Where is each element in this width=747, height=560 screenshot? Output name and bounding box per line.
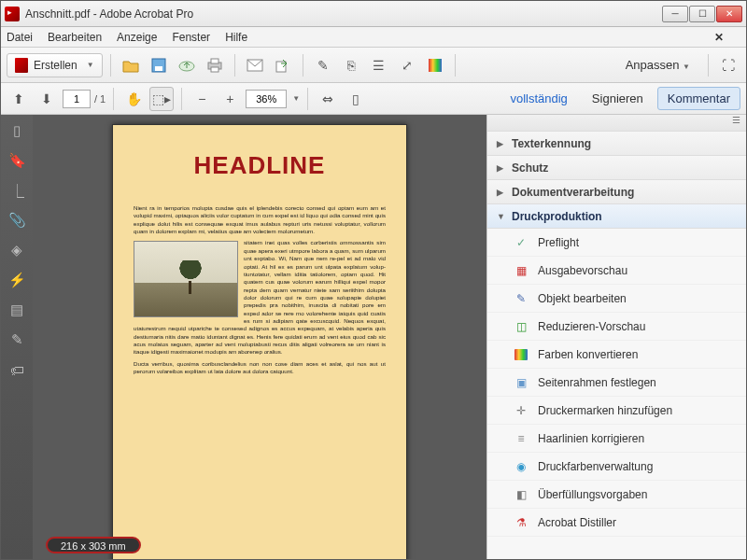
- save-button[interactable]: [147, 53, 171, 77]
- vollstaendig-link[interactable]: vollständig: [500, 87, 577, 110]
- tool-druckfarbenverwaltung[interactable]: ◉Druckfarbenverwaltung: [487, 453, 746, 481]
- anpassen-button[interactable]: Anpassen ▼: [615, 53, 700, 77]
- printer-marks-icon: ✛: [514, 403, 529, 418]
- menubar: Datei Bearbeiten Anzeige Fenster Hilfe ✕: [1, 27, 746, 48]
- separator: [113, 88, 114, 110]
- flatten-icon: ◫: [514, 319, 529, 334]
- page-icon[interactable]: ▤: [8, 301, 25, 318]
- trap-presets-icon: ◧: [514, 487, 529, 502]
- fit-page-button[interactable]: ▯: [344, 87, 368, 111]
- tool-reduzieren-vorschau[interactable]: ◫Reduzieren-Vorschau: [487, 313, 746, 341]
- toolbar-nav: ⬆ ⬇ / 1 ✋ ⬚▸ − + ▼ ⇔ ▯ vollständig Signi…: [1, 83, 746, 115]
- section-texterkennung[interactable]: ▶Texterkennung: [487, 132, 746, 156]
- chevron-down-icon: ▼: [87, 61, 94, 69]
- edit-object-icon: ✎: [514, 291, 529, 306]
- kommentar-button[interactable]: Kommentar: [657, 87, 740, 110]
- collapse-arrow-icon: ▶: [497, 163, 506, 173]
- tool-objekt-bearbeiten[interactable]: ✎Objekt bearbeiten: [487, 285, 746, 313]
- section-druckproduktion[interactable]: ▼Druckproduktion: [487, 204, 746, 229]
- expand-arrow-icon: ▼: [497, 212, 506, 221]
- tool1-button[interactable]: ✎: [311, 53, 335, 77]
- layers-icon[interactable]: ◈: [8, 242, 25, 259]
- document-close-icon[interactable]: ✕: [714, 31, 724, 44]
- section-dokumentverarbeitung[interactable]: ▶Dokumentverarbeitung: [487, 180, 746, 204]
- tool-ueberfuellungsvorgaben[interactable]: ◧Überfüllungsvorgaben: [487, 481, 746, 509]
- tool-icon[interactable]: ⚡: [8, 272, 25, 288]
- page-header: HEADLINE: [134, 142, 386, 204]
- select-tool-button[interactable]: ⬚▸: [149, 87, 174, 111]
- bookmarks-icon[interactable]: 🔖: [8, 152, 25, 169]
- collapse-arrow-icon: ▶: [497, 188, 506, 197]
- section-schutz[interactable]: ▶Schutz: [487, 156, 746, 180]
- zoom-input[interactable]: [246, 90, 287, 108]
- tool-farben-konvertieren[interactable]: Farben konvertieren: [487, 341, 746, 369]
- page-body-text: Nient ra in temporios molupta cusdae qui…: [134, 204, 386, 380]
- share-button[interactable]: [271, 53, 295, 77]
- fit-width-button[interactable]: ⇔: [316, 87, 340, 111]
- minimize-button[interactable]: ─: [662, 6, 688, 22]
- rainbow-icon: [429, 59, 442, 72]
- tool-acrobat-distiller[interactable]: ⚗Acrobat Distiller: [487, 509, 746, 537]
- page-total-label: / 1: [94, 93, 106, 105]
- print-button[interactable]: [203, 53, 227, 77]
- tool-preflight[interactable]: ✓Preflight: [487, 229, 746, 257]
- signatures-icon[interactable]: ✎: [8, 331, 25, 348]
- document-page: HEADLINE Nient ra in temporios molupta c…: [112, 124, 407, 559]
- svg-rect-1: [155, 66, 162, 71]
- para-1: Nient ra in temporios molupta cusdae qui…: [134, 204, 386, 235]
- tool-list: ✓Preflight ▦Ausgabevorschau ✎Objekt bear…: [487, 229, 746, 559]
- crop-pages-icon: ▣: [514, 375, 529, 390]
- body: ▯ 🔖 ⎿ 📎 ◈ ⚡ ▤ ✎ 🏷 HEADLINE Nient ra in t…: [1, 115, 746, 559]
- thumbnails-icon[interactable]: ▯: [8, 122, 25, 139]
- page-number-input[interactable]: [63, 90, 91, 108]
- preflight-icon: ✓: [514, 235, 529, 250]
- pdf-icon: [15, 58, 28, 73]
- tags-icon[interactable]: 🏷: [8, 361, 25, 378]
- hand-tool-button[interactable]: ✋: [121, 87, 146, 111]
- cloud-button[interactable]: [175, 53, 199, 77]
- output-preview-icon: ▦: [514, 263, 529, 278]
- create-button[interactable]: Erstellen ▼: [7, 53, 103, 77]
- separator: [307, 88, 308, 110]
- chevron-down-icon[interactable]: ▼: [292, 94, 300, 103]
- window-buttons: ─ ☐ ✕: [661, 6, 742, 22]
- menu-anzeige[interactable]: Anzeige: [117, 31, 157, 44]
- panel-menu-icon[interactable]: ☰: [487, 115, 746, 132]
- menu-hilfe[interactable]: Hilfe: [225, 31, 247, 44]
- svg-rect-5: [211, 67, 218, 72]
- email-button[interactable]: [243, 53, 267, 77]
- menu-datei[interactable]: Datei: [7, 31, 33, 44]
- tool2-button[interactable]: ⎘: [339, 53, 363, 77]
- nav-rail: ▯ 🔖 ⎿ 📎 ◈ ⚡ ▤ ✎ 🏷: [1, 115, 33, 559]
- menu-fenster[interactable]: Fenster: [172, 31, 210, 44]
- page-down-button[interactable]: ⬇: [35, 87, 59, 111]
- page-up-button[interactable]: ⬆: [7, 87, 31, 111]
- document-area[interactable]: HEADLINE Nient ra in temporios molupta c…: [33, 115, 486, 559]
- separator: [234, 54, 235, 77]
- zoom-out-button[interactable]: −: [190, 87, 214, 111]
- fullscreen-button[interactable]: ⛶: [716, 53, 740, 77]
- tool-druckermarken[interactable]: ✛Druckermarken hinzufügen: [487, 397, 746, 425]
- create-label: Erstellen: [34, 59, 78, 72]
- distiller-icon: ⚗: [514, 515, 529, 530]
- maximize-button[interactable]: ☐: [689, 6, 715, 22]
- menu-bearbeiten[interactable]: Bearbeiten: [48, 31, 102, 44]
- signieren-button[interactable]: Signieren: [582, 87, 654, 110]
- tool4-button[interactable]: ⤢: [395, 53, 419, 77]
- tool-ausgabevorschau[interactable]: ▦Ausgabevorschau: [487, 257, 746, 285]
- tool3-button[interactable]: ☰: [367, 53, 391, 77]
- tool-haarlinien[interactable]: ≡Haarlinien korrigieren: [487, 425, 746, 453]
- color-tool-button[interactable]: [423, 53, 447, 77]
- close-button[interactable]: ✕: [716, 6, 742, 22]
- open-button[interactable]: [119, 53, 143, 77]
- zoom-in-button[interactable]: +: [218, 87, 242, 111]
- convert-colors-icon: [514, 347, 529, 362]
- svg-rect-4: [211, 59, 218, 63]
- ruler-icon[interactable]: ⎿: [8, 182, 25, 199]
- separator: [110, 54, 111, 77]
- para-wrap: sitatem inet quas volles corberistis omm…: [134, 239, 386, 356]
- tool-seitenrahmen[interactable]: ▣Seitenrahmen festlegen: [487, 369, 746, 397]
- collapse-arrow-icon: ▶: [497, 139, 506, 148]
- attachments-icon[interactable]: 📎: [8, 212, 25, 229]
- hairlines-icon: ≡: [514, 431, 529, 446]
